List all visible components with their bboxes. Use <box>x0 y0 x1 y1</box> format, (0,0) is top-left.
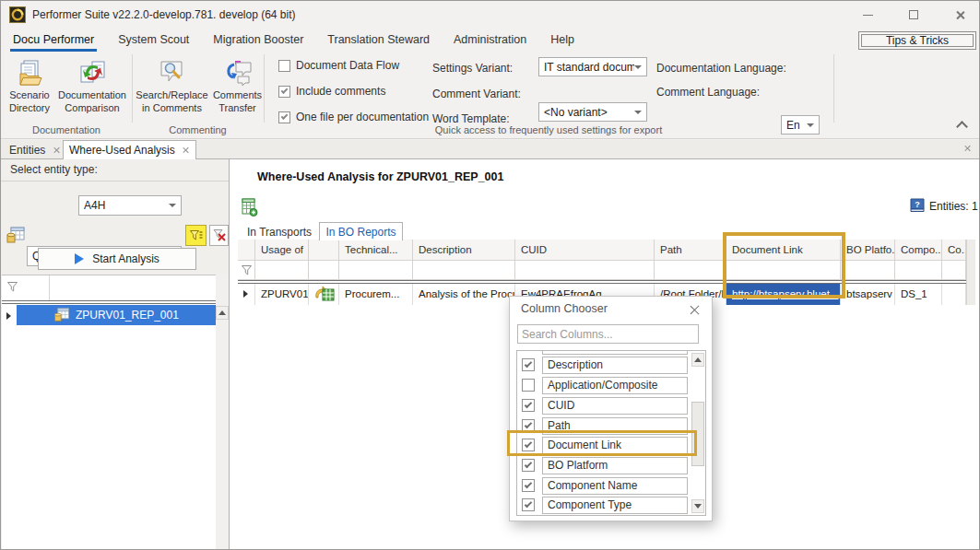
document-link-column-highlight <box>723 232 845 298</box>
documentation-language-label: Documentation Language: <box>656 62 786 75</box>
one-file-per-documentation-checkbox[interactable] <box>278 111 290 123</box>
ribbon-tab-translation-steward[interactable]: Translation Steward <box>315 29 442 52</box>
triangle-up-icon <box>694 357 702 362</box>
clear-filter-button[interactable] <box>209 225 229 246</box>
grid-filter-cell[interactable] <box>515 261 655 280</box>
scenario-directory-label: Scenario Directory <box>3 89 56 115</box>
collapse-ribbon-button[interactable] <box>958 123 966 131</box>
close-icon <box>963 145 971 152</box>
row-component-name-cell[interactable]: DS_1 <box>895 284 942 305</box>
tab-in-bo-reports[interactable]: In BO Reports <box>319 222 403 240</box>
check-icon <box>525 480 532 487</box>
export-to-excel-icon[interactable] <box>240 198 258 216</box>
document-data-flow-checkbox[interactable] <box>278 60 290 72</box>
grid-filter-cell[interactable] <box>655 261 726 280</box>
include-comments-checkbox[interactable] <box>278 86 290 98</box>
dialog-close-icon[interactable] <box>689 304 700 315</box>
grid-header-component-type[interactable]: Co... <box>942 240 966 261</box>
grid-header-bo-platform[interactable]: BO Platfo... <box>841 240 895 261</box>
close-document-button[interactable] <box>963 145 971 152</box>
system-select[interactable]: A4H <box>78 195 182 216</box>
filter-icon <box>190 230 203 241</box>
ribbon-tab-migration-booster[interactable]: Migration Booster <box>201 29 315 52</box>
tips-and-tricks-button[interactable]: Tips & Tricks <box>858 31 976 50</box>
check-icon <box>525 359 532 367</box>
checkbox-component-name[interactable] <box>522 479 535 492</box>
tree-row-expander[interactable] <box>6 312 11 320</box>
query-entity-icon <box>53 308 70 322</box>
start-analysis-button[interactable]: Start Analysis <box>38 248 196 270</box>
grid-filter-cell[interactable] <box>895 261 942 280</box>
row-component-type-cell[interactable] <box>942 284 966 305</box>
checkbox-application-composite[interactable] <box>522 379 535 392</box>
grid-filter-cell[interactable] <box>841 261 895 280</box>
list-item-component-type[interactable]: Component Type <box>542 497 688 514</box>
row-bo-platform-cell[interactable]: btsapserv <box>841 284 895 305</box>
ribbon-tab-administration[interactable]: Administration <box>442 29 538 52</box>
play-icon <box>75 253 84 264</box>
checkbox-cuid[interactable] <box>522 399 535 412</box>
search-columns-input[interactable] <box>517 324 699 344</box>
query-list-icon <box>6 227 25 244</box>
search-replace-comments-button[interactable]: Search/Replace in Comments <box>133 54 211 123</box>
document-link-item-highlight <box>507 430 697 456</box>
grid-header-usage-of[interactable]: Usage of <box>255 240 309 261</box>
ribbon-group-quick-access-label: Quick access to frequently used settings… <box>264 124 833 137</box>
documentation-comparison-button[interactable]: Documentation Comparison <box>54 54 130 123</box>
grid-header-technical[interactable]: Technical... <box>339 240 413 261</box>
tab-entities[interactable]: Entities <box>4 140 65 159</box>
triangle-right-icon <box>6 312 11 320</box>
tab-where-used-analysis[interactable]: Where-Used Analysis <box>63 140 196 159</box>
settings-variant-select[interactable]: IT standard document... <box>538 57 647 76</box>
ribbon-tab-docu-performer[interactable]: Docu Performer <box>1 29 106 52</box>
close-tab-icon[interactable] <box>183 146 190 154</box>
ribbon-tab-system-scout[interactable]: System Scout <box>106 29 201 52</box>
list-item-cuid[interactable]: CUID <box>542 397 688 415</box>
grid-filter-cell[interactable] <box>255 261 309 280</box>
scroll-up-button[interactable] <box>216 306 229 320</box>
list-item-application-composite[interactable]: Application/Composite <box>542 377 688 394</box>
list-scroll-up-button[interactable] <box>691 353 704 367</box>
checkbox-component-type[interactable] <box>522 498 535 511</box>
list-item-component-name[interactable]: Component Name <box>542 477 688 495</box>
tab-in-transports[interactable]: In Transports <box>242 223 317 240</box>
tree-row-selected[interactable]: ZPURV01_REP_001 <box>17 305 216 325</box>
documentation-comparison-label: Documentation Comparison <box>54 89 130 115</box>
close-button[interactable] <box>941 1 978 29</box>
filter-button[interactable] <box>185 225 207 246</box>
maximize-button[interactable] <box>895 1 932 29</box>
checkbox-one-file-per-documentation[interactable]: One file per documentation <box>278 111 429 123</box>
grid-scrollbar-gutter[interactable] <box>966 240 975 305</box>
minimize-button[interactable] <box>849 1 886 29</box>
close-tab-icon[interactable] <box>53 146 60 154</box>
grid-header-description[interactable]: Description <box>413 240 515 261</box>
comment-variant-select[interactable]: <No variant> <box>538 102 647 122</box>
grid-filter-cell[interactable] <box>238 261 255 280</box>
row-usage-of-cell[interactable]: ZPURV01... <box>255 284 309 305</box>
list-scroll-down-button[interactable] <box>691 499 704 513</box>
documentation-comparison-icon <box>77 54 107 88</box>
scenario-directory-button[interactable]: Scenario Directory <box>3 54 56 123</box>
row-expander-cell[interactable] <box>238 284 255 305</box>
grid-header-component-name[interactable]: Compo... <box>895 240 942 261</box>
ribbon-tab-help[interactable]: Help <box>538 29 586 52</box>
grid-filter-cell[interactable] <box>339 261 413 280</box>
grid-header-path[interactable]: Path <box>655 240 726 261</box>
checkbox-include-comments[interactable]: Include comments <box>278 85 385 98</box>
checkbox-description[interactable] <box>522 358 535 371</box>
grid-filter-cell[interactable] <box>413 261 515 280</box>
row-description-cell[interactable]: Analysis of the Procur... <box>413 284 515 305</box>
list-item-description[interactable]: Description <box>542 357 688 374</box>
grid-filter-cell[interactable] <box>309 261 339 280</box>
grid-filter-cell[interactable] <box>942 261 966 280</box>
comments-transfer-button[interactable]: Comments Transfer <box>211 54 264 123</box>
list-item-bo-platform[interactable]: BO Platform <box>542 457 688 474</box>
check-icon <box>525 460 532 467</box>
column-chooser-dialog: Column Chooser Description Application/C… <box>509 296 713 521</box>
checkbox-document-data-flow[interactable]: Document Data Flow <box>278 59 399 72</box>
chevron-down-icon <box>634 65 642 69</box>
grid-header-cuid[interactable]: CUID <box>515 240 655 261</box>
chevron-up-icon <box>956 121 968 133</box>
row-technical-cell[interactable]: Procurem... <box>339 284 413 305</box>
checkbox-bo-platform[interactable] <box>522 459 535 472</box>
